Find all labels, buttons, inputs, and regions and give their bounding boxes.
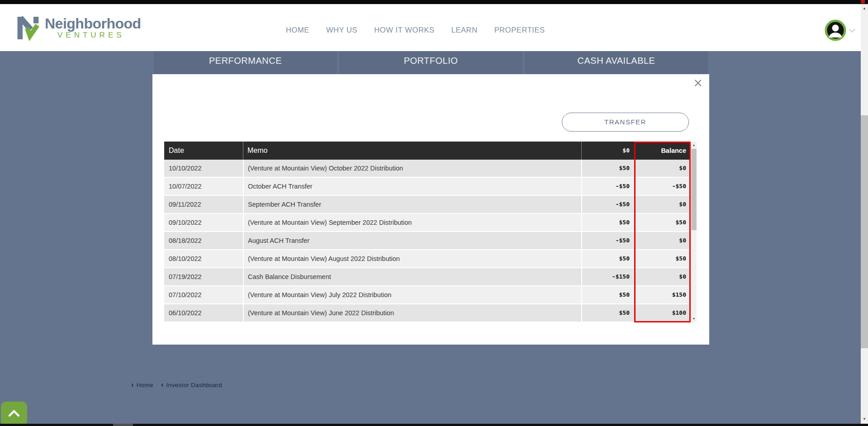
cell-amount: -$50 [581,178,634,195]
cell-amount: $50 [581,214,634,231]
cell-amount: -$50 [581,232,634,249]
table-scrollbar-thumb[interactable] [691,149,697,230]
nav-how-it-works[interactable]: HOW IT WORKS [374,26,434,34]
logo-line2: VENTURES [45,31,141,40]
table-scrollbar[interactable]: ▲ ▼ [691,142,697,322]
transactions-table: Date Memo $0 Balance 10/10/2022 (Venture… [164,142,691,322]
bottom-system-bar [0,424,868,426]
cash-available-modal: × TRANSFER Date Memo $0 Balance 10/10/20… [152,74,709,345]
account-chevron-down-icon[interactable] [849,27,855,32]
cell-memo: August ACH Transfer [243,232,581,249]
page-scrollbar[interactable]: ▲ ▼ [861,4,868,424]
breadcrumb-chevron-icon: ‹ [131,381,134,388]
cell-memo: (Venture at Mountain View) July 2022 Dis… [243,286,581,303]
page-scrollbar-thumb[interactable] [861,115,868,348]
close-icon[interactable]: × [693,77,703,89]
nav-learn[interactable]: LEARN [451,26,478,34]
top-system-bar [0,0,868,4]
col-header-amount: $0 [581,142,634,160]
cell-date: 09/10/2022 [164,214,243,231]
table-row: 10/10/2022 (Venture at Mountain View) Oc… [164,160,691,178]
chevron-up-icon [7,408,21,420]
logo-text: Neighborhood VENTURES [45,16,141,40]
cell-memo: Cash Balance Disbursement [243,268,581,285]
cell-date: 06/10/2022 [164,304,243,322]
col-header-date: Date [164,142,243,160]
breadcrumb-chevron-icon: ‹ [161,381,164,388]
cell-balance: $50 [634,214,691,231]
taskbar-notch [113,424,133,426]
avatar-icon [825,19,846,41]
cell-memo: (Venture at Mountain View) August 2022 D… [243,250,581,267]
breadcrumb-investor-dashboard[interactable]: ‹ Investor Dashboard [161,381,222,388]
table-row: 08/10/2022 (Venture at Mountain View) Au… [164,250,691,268]
table-header-row: Date Memo $0 Balance [164,142,691,160]
col-header-balance: Balance [634,142,691,160]
cell-amount: $50 [581,304,634,322]
cell-balance: $0 [634,160,691,177]
recording-indicator [861,0,865,4]
site-header: Neighborhood VENTURES HOME WHY US HOW IT… [0,4,868,51]
cell-amount: $50 [581,286,634,303]
table-row: 07/10/2022 (Venture at Mountain View) Ju… [164,286,691,304]
cell-balance: $100 [634,304,691,322]
cell-date: 09/11/2022 [164,196,243,213]
logo-n-icon [17,15,40,41]
table-row: 09/11/2022 September ACH Transfer -$50 $… [164,196,691,214]
table-row: 10/07/2022 October ACH Transfer -$50 -$5… [164,178,691,196]
logo-line1: Neighborhood [45,16,141,31]
cell-date: 10/10/2022 [164,160,243,177]
page-scroll-down-icon[interactable]: ▼ [861,416,868,423]
cell-date: 08/10/2022 [164,250,243,267]
page-scroll-up-icon[interactable]: ▲ [861,5,868,12]
main-nav: HOME WHY US HOW IT WORKS LEARN PROPERTIE… [286,26,545,34]
table-row: 06/10/2022 (Venture at Mountain View) Ju… [164,304,691,322]
transfer-button[interactable]: TRANSFER [562,113,689,132]
cell-balance: -$50 [634,178,691,195]
cell-date: 08/18/2022 [164,232,243,249]
cell-balance: $0 [634,268,691,285]
nav-properties[interactable]: PROPERTIES [494,26,545,34]
table-row: 08/18/2022 August ACH Transfer -$50 $0 [164,232,691,250]
cell-balance: $0 [634,232,691,249]
cell-date: 07/10/2022 [164,286,243,303]
cell-balance: $150 [634,286,691,303]
breadcrumb-dashboard-label: Investor Dashboard [166,382,222,388]
cell-amount: $50 [581,160,634,177]
breadcrumb-home[interactable]: ‹ Home [131,381,153,388]
col-header-memo: Memo [243,142,581,160]
cell-amount: -$50 [581,196,634,213]
cell-memo: (Venture at Mountain View) September 202… [243,214,581,231]
nav-home[interactable]: HOME [286,26,309,34]
cell-date: 07/19/2022 [164,268,243,285]
breadcrumb: ‹ Home ‹ Investor Dashboard [131,381,222,388]
table-scroll-down-icon[interactable]: ▼ [691,316,697,322]
cell-memo: September ACH Transfer [243,196,581,213]
cell-date: 10/07/2022 [164,178,243,195]
nav-why-us[interactable]: WHY US [326,26,357,34]
cell-balance: $0 [634,196,691,213]
table-row: 07/19/2022 Cash Balance Disbursement -$1… [164,268,691,286]
breadcrumb-home-label: Home [137,382,153,388]
table-row: 09/10/2022 (Venture at Mountain View) Se… [164,214,691,232]
cell-memo: October ACH Transfer [243,178,581,195]
table-scroll-up-icon[interactable]: ▲ [691,142,697,148]
cell-balance: $50 [634,250,691,267]
cell-memo: (Venture at Mountain View) October 2022 … [243,160,581,177]
site-logo[interactable]: Neighborhood VENTURES [17,15,141,41]
back-to-top-button[interactable] [1,402,27,426]
cell-memo: (Venture at Mountain View) June 2022 Dis… [243,304,581,322]
cell-amount: $50 [581,250,634,267]
user-avatar[interactable] [825,19,846,41]
cell-amount: -$150 [581,268,634,285]
